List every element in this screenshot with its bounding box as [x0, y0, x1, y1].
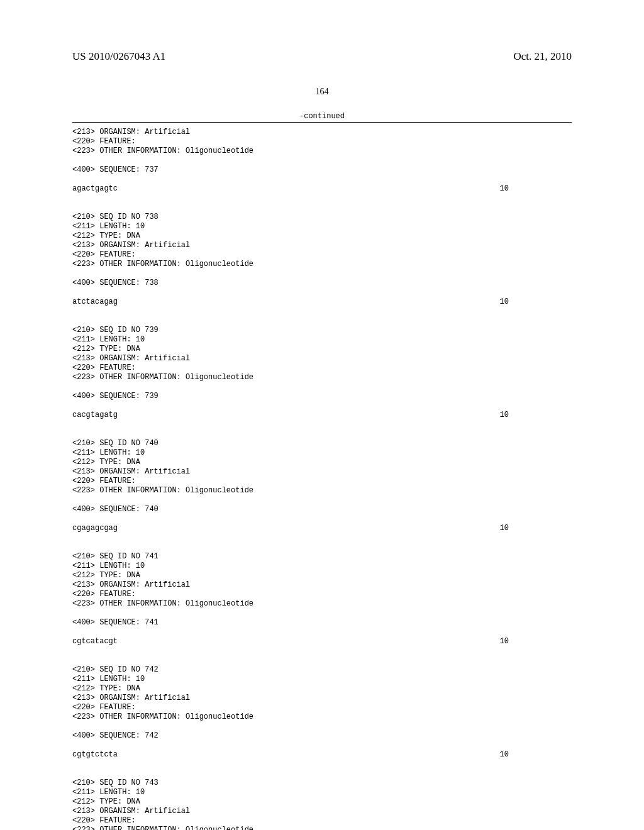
sequence-text: agactgagtc — [72, 184, 118, 194]
publication-number: US 2010/0267043 A1 — [72, 50, 165, 63]
sequence-listing-content: <213> ORGANISM: Artificial<220> FEATURE:… — [72, 128, 572, 830]
sequence-meta-line: <213> ORGANISM: Artificial — [72, 128, 572, 137]
sequence-meta-line: <223> OTHER INFORMATION: Oligonucleotide — [72, 486, 572, 495]
sequence-meta-line: <213> ORGANISM: Artificial — [72, 467, 572, 477]
page-header: US 2010/0267043 A1 Oct. 21, 2010 — [72, 50, 572, 63]
sequence-label: <400> SEQUENCE: 738 — [72, 279, 572, 288]
sequence-entry: <210> SEQ ID NO 741<211> LENGTH: 10<212>… — [72, 552, 572, 609]
sequence-meta-line: <210> SEQ ID NO 742 — [72, 665, 572, 675]
sequence-meta-line: <212> TYPE: DNA — [72, 458, 572, 467]
sequence-meta-line: <213> ORGANISM: Artificial — [72, 694, 572, 703]
sequence-length-count: 10 — [500, 297, 509, 307]
sequence-meta-line: <220> FEATURE: — [72, 363, 572, 373]
sequence-entry: <210> SEQ ID NO 742<211> LENGTH: 10<212>… — [72, 665, 572, 722]
page-number: 164 — [72, 87, 572, 97]
sequence-entry: <210> SEQ ID NO 738<211> LENGTH: 10<212>… — [72, 213, 572, 269]
publication-date: Oct. 21, 2010 — [513, 50, 572, 63]
sequence-meta-line: <211> LENGTH: 10 — [72, 222, 572, 231]
sequence-meta-line: <223> OTHER INFORMATION: Oligonucleotide — [72, 147, 572, 156]
sequence-text: cgtcatacgt — [72, 637, 118, 646]
sequence-text: cgtgtctcta — [72, 750, 118, 760]
sequence-entry: <213> ORGANISM: Artificial<220> FEATURE:… — [72, 128, 572, 156]
sequence-meta-line: <211> LENGTH: 10 — [72, 448, 572, 458]
sequence-meta-line: <213> ORGANISM: Artificial — [72, 580, 572, 590]
sequence-meta-line: <211> LENGTH: 10 — [72, 335, 572, 345]
sequence-meta-line: <220> FEATURE: — [72, 250, 572, 260]
sequence-length-count: 10 — [500, 637, 509, 646]
sequence-meta-line: <223> OTHER INFORMATION: Oligonucleotide — [72, 826, 572, 830]
continued-label: -continued — [72, 112, 572, 121]
sequence-meta-line: <220> FEATURE: — [72, 590, 572, 599]
sequence-meta-line: <223> OTHER INFORMATION: Oligonucleotide — [72, 260, 572, 269]
sequence-meta-line: <220> FEATURE: — [72, 703, 572, 712]
sequence-meta-line: <223> OTHER INFORMATION: Oligonucleotide — [72, 373, 572, 382]
sequence-meta-line: <210> SEQ ID NO 738 — [72, 213, 572, 222]
sequence-meta-line: <211> LENGTH: 10 — [72, 788, 572, 797]
sequence-meta-line: <210> SEQ ID NO 740 — [72, 439, 572, 448]
sequence-length-count: 10 — [500, 524, 509, 533]
sequence-meta-line: <211> LENGTH: 10 — [72, 675, 572, 684]
sequence-label: <400> SEQUENCE: 740 — [72, 505, 572, 514]
sequence-meta-line: <220> FEATURE: — [72, 137, 572, 147]
sequence-row: cacgtagatg10 — [72, 411, 572, 420]
sequence-meta-line: <210> SEQ ID NO 741 — [72, 552, 572, 562]
sequence-length-count: 10 — [500, 184, 509, 194]
sequence-meta-line: <212> TYPE: DNA — [72, 797, 572, 807]
sequence-entry: <210> SEQ ID NO 740<211> LENGTH: 10<212>… — [72, 439, 572, 495]
sequence-text: cacgtagatg — [72, 411, 118, 420]
sequence-meta-line: <220> FEATURE: — [72, 477, 572, 486]
sequence-length-count: 10 — [500, 411, 509, 420]
sequence-length-count: 10 — [500, 750, 509, 760]
sequence-meta-line: <210> SEQ ID NO 743 — [72, 778, 572, 788]
sequence-meta-line: <210> SEQ ID NO 739 — [72, 326, 572, 335]
sequence-meta-line: <223> OTHER INFORMATION: Oligonucleotide — [72, 599, 572, 609]
sequence-meta-line: <213> ORGANISM: Artificial — [72, 807, 572, 816]
sequence-entry: <210> SEQ ID NO 743<211> LENGTH: 10<212>… — [72, 778, 572, 830]
sequence-text: cgagagcgag — [72, 524, 118, 533]
sequence-meta-line: <223> OTHER INFORMATION: Oligonucleotide — [72, 712, 572, 722]
sequence-label: <400> SEQUENCE: 742 — [72, 731, 572, 741]
sequence-label: <400> SEQUENCE: 741 — [72, 618, 572, 628]
sequence-meta-line: <212> TYPE: DNA — [72, 684, 572, 694]
horizontal-divider — [72, 122, 572, 123]
sequence-row: cgtgtctcta10 — [72, 750, 572, 760]
sequence-meta-line: <212> TYPE: DNA — [72, 231, 572, 241]
sequence-row: agactgagtc10 — [72, 184, 572, 194]
sequence-meta-line: <213> ORGANISM: Artificial — [72, 354, 572, 363]
sequence-meta-line: <211> LENGTH: 10 — [72, 562, 572, 571]
sequence-text: atctacagag — [72, 297, 118, 307]
sequence-meta-line: <212> TYPE: DNA — [72, 571, 572, 580]
sequence-meta-line: <213> ORGANISM: Artificial — [72, 241, 572, 250]
sequence-label: <400> SEQUENCE: 739 — [72, 392, 572, 401]
sequence-row: cgagagcgag10 — [72, 524, 572, 533]
sequence-meta-line: <212> TYPE: DNA — [72, 345, 572, 354]
sequence-label: <400> SEQUENCE: 737 — [72, 165, 572, 175]
sequence-meta-line: <220> FEATURE: — [72, 816, 572, 826]
sequence-entry: <210> SEQ ID NO 739<211> LENGTH: 10<212>… — [72, 326, 572, 382]
sequence-row: atctacagag10 — [72, 297, 572, 307]
sequence-row: cgtcatacgt10 — [72, 637, 572, 646]
